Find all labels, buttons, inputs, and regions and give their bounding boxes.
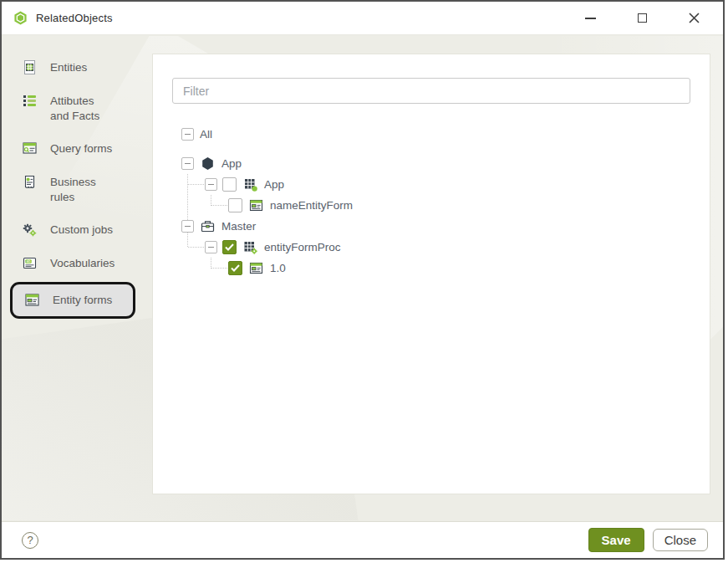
expander-icon[interactable] [205,241,217,253]
main-panel: All App [152,54,710,494]
sidebar-item-label: Custom jobs [50,223,113,238]
tree-label: App [221,157,242,170]
sidebar-item-label: Attibutes and Facts [50,94,109,123]
window-controls [579,8,711,29]
tree-row-version[interactable]: 1.0 [175,258,710,279]
tree-label: Master [221,220,256,233]
object-tree: All App [175,124,710,279]
tree-label: 1.0 [270,262,286,274]
svg-text:ab: ab [26,259,31,264]
checkbox-checked[interactable] [222,240,237,254]
tree-row-app-entity[interactable]: App [175,174,710,195]
checkbox-unchecked[interactable] [222,177,237,192]
expander-icon[interactable] [181,157,194,170]
entities-icon [22,59,38,75]
checkbox-checked[interactable] [228,261,242,275]
select-all-checkbox-indeterminate[interactable] [181,128,194,141]
dialog-body: Entities Attibutes and Facts [2,36,723,520]
tree-label: All [200,128,212,141]
related-objects-window: RelatedObjects Entities [0,0,725,560]
window-title: RelatedObjects [36,12,113,24]
sidebar-item-label: Entities [50,60,87,75]
help-icon[interactable]: ? [22,532,38,549]
footer-buttons: Save Close [588,528,708,552]
entity-form-icon [248,197,264,213]
tree-row-name-entity-form[interactable]: nameEntityForm [175,195,710,216]
entity-form-gear-icon [242,239,258,255]
vocabularies-icon: ab [22,255,38,271]
tree-row-app[interactable]: App [175,153,710,174]
tree-row-all[interactable]: All [175,124,710,145]
sidebar-item-label: Business rules [50,175,109,204]
checkbox-unchecked[interactable] [228,198,242,212]
title-bar: RelatedObjects [2,2,723,35]
custom-jobs-icon [22,222,38,238]
tree-label: nameEntityForm [270,199,353,212]
tree-spacer [175,145,710,153]
sidebar-item-label: Entity forms [53,293,112,308]
footer-bar: ? Save Close [2,521,723,558]
sidebar-item-entity-forms[interactable]: Entity forms [10,282,135,319]
entity-table-icon [242,177,258,192]
tree-row-master[interactable]: Master [175,216,710,237]
query-forms-icon [22,141,38,156]
expander-icon[interactable] [205,178,217,191]
sidebar-item-entities[interactable]: Entities [2,51,152,84]
sidebar-item-business-rules[interactable]: Business rules [2,166,152,213]
entity-form-icon [248,260,264,276]
expander-icon[interactable] [181,220,194,233]
close-icon[interactable] [683,8,705,29]
minimize-icon[interactable] [579,8,601,29]
filter-input[interactable] [172,78,690,104]
tree-label: App [264,178,284,191]
save-button[interactable]: Save [588,528,644,552]
close-button[interactable]: Close [653,529,708,551]
sidebar-item-label: Query forms [50,141,112,156]
sidebar: Entities Attibutes and Facts [2,51,152,320]
app-logo-icon [13,11,28,25]
sidebar-item-vocabularies[interactable]: ab Vocabularies [2,247,152,280]
sidebar-item-attributes-and-facts[interactable]: Attibutes and Facts [2,84,152,132]
sidebar-item-custom-jobs[interactable]: Custom jobs [2,213,152,247]
sidebar-item-label: Vocabularies [50,256,115,271]
business-rules-icon [22,174,38,190]
sidebar-item-query-forms[interactable]: Query forms [2,132,152,166]
briefcase-icon [200,218,216,234]
tree-label: entityFormProc [264,241,341,253]
maximize-icon[interactable] [631,8,653,29]
hexagon-icon [200,156,216,171]
entity-forms-icon [24,292,40,308]
attributes-facts-icon [22,93,38,109]
tree-row-entity-form-proc[interactable]: entityFormProc [175,237,710,258]
